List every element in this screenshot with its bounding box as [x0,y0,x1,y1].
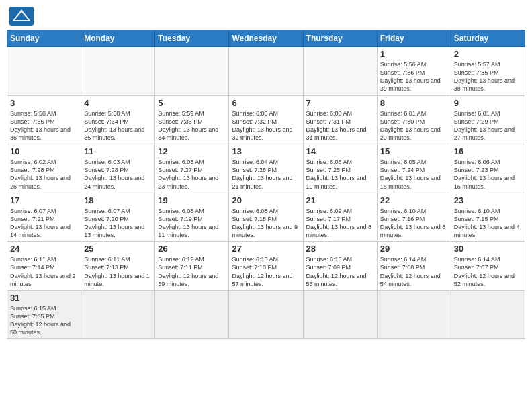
day-info: Sunrise: 6:00 AM Sunset: 7:31 PM Dayligh… [306,109,374,142]
day-number: 26 [158,244,226,254]
calendar-cell: 2Sunrise: 5:57 AM Sunset: 7:35 PM Daylig… [451,47,525,96]
day-info: Sunrise: 6:10 AM Sunset: 7:16 PM Dayligh… [380,207,448,240]
day-info: Sunrise: 6:08 AM Sunset: 7:18 PM Dayligh… [232,207,300,240]
day-info: Sunrise: 6:10 AM Sunset: 7:15 PM Dayligh… [454,207,522,240]
calendar-cell: 20Sunrise: 6:08 AM Sunset: 7:18 PM Dayli… [229,193,303,242]
calendar-cell: 12Sunrise: 6:03 AM Sunset: 7:27 PM Dayli… [155,144,229,193]
day-number: 11 [84,146,152,156]
day-number: 13 [232,146,300,156]
calendar-cell: 1Sunrise: 5:56 AM Sunset: 7:36 PM Daylig… [377,47,451,96]
calendar-cell: 4Sunrise: 5:58 AM Sunset: 7:34 PM Daylig… [81,95,155,144]
day-info: Sunrise: 6:11 AM Sunset: 7:14 PM Dayligh… [10,255,78,288]
day-number: 7 [306,98,374,108]
calendar-cell: 19Sunrise: 6:08 AM Sunset: 7:19 PM Dayli… [155,193,229,242]
day-number: 15 [380,146,448,156]
calendar-cell: 23Sunrise: 6:10 AM Sunset: 7:15 PM Dayli… [451,193,525,242]
day-info: Sunrise: 6:01 AM Sunset: 7:30 PM Dayligh… [380,109,448,142]
calendar-cell: 29Sunrise: 6:14 AM Sunset: 7:08 PM Dayli… [377,242,451,291]
day-number: 12 [158,146,226,156]
calendar-cell: 8Sunrise: 6:01 AM Sunset: 7:30 PM Daylig… [377,95,451,144]
day-info: Sunrise: 6:01 AM Sunset: 7:29 PM Dayligh… [454,109,522,142]
weekday-header-thursday: Thursday [303,30,377,47]
weekday-header-sunday: Sunday [7,30,81,47]
header [7,7,525,26]
calendar-cell: 7Sunrise: 6:00 AM Sunset: 7:31 PM Daylig… [303,95,377,144]
calendar-cell: 3Sunrise: 5:58 AM Sunset: 7:35 PM Daylig… [7,95,81,144]
day-info: Sunrise: 6:14 AM Sunset: 7:07 PM Dayligh… [454,255,522,288]
calendar-cell: 9Sunrise: 6:01 AM Sunset: 7:29 PM Daylig… [451,95,525,144]
calendar-cell: 25Sunrise: 6:11 AM Sunset: 7:13 PM Dayli… [81,242,155,291]
calendar-cell [303,290,377,339]
day-info: Sunrise: 6:06 AM Sunset: 7:23 PM Dayligh… [454,158,522,191]
logo [9,7,36,26]
calendar-cell [7,47,81,96]
day-info: Sunrise: 6:03 AM Sunset: 7:28 PM Dayligh… [84,158,152,191]
day-info: Sunrise: 6:09 AM Sunset: 7:17 PM Dayligh… [306,207,374,240]
calendar-cell: 6Sunrise: 6:00 AM Sunset: 7:32 PM Daylig… [229,95,303,144]
day-number: 14 [306,146,374,156]
calendar-week-1: 1Sunrise: 5:56 AM Sunset: 7:36 PM Daylig… [7,47,525,96]
day-number: 18 [84,195,152,205]
weekday-header-wednesday: Wednesday [229,30,303,47]
calendar-cell: 11Sunrise: 6:03 AM Sunset: 7:28 PM Dayli… [81,144,155,193]
calendar-cell: 17Sunrise: 6:07 AM Sunset: 7:21 PM Dayli… [7,193,81,242]
day-info: Sunrise: 6:14 AM Sunset: 7:08 PM Dayligh… [380,255,448,288]
day-number: 27 [232,244,300,254]
day-info: Sunrise: 6:08 AM Sunset: 7:19 PM Dayligh… [158,207,226,240]
calendar-cell [451,290,525,339]
weekday-header-saturday: Saturday [451,30,525,47]
weekday-header-friday: Friday [377,30,451,47]
day-number: 22 [380,195,448,205]
calendar-cell: 21Sunrise: 6:09 AM Sunset: 7:17 PM Dayli… [303,193,377,242]
day-info: Sunrise: 6:13 AM Sunset: 7:10 PM Dayligh… [232,255,300,288]
logo-icon [9,7,34,26]
calendar-cell: 24Sunrise: 6:11 AM Sunset: 7:14 PM Dayli… [7,242,81,291]
day-number: 28 [306,244,374,254]
calendar-cell: 15Sunrise: 6:05 AM Sunset: 7:24 PM Dayli… [377,144,451,193]
calendar-cell: 26Sunrise: 6:12 AM Sunset: 7:11 PM Dayli… [155,242,229,291]
calendar-cell: 5Sunrise: 5:59 AM Sunset: 7:33 PM Daylig… [155,95,229,144]
calendar-week-5: 24Sunrise: 6:11 AM Sunset: 7:14 PM Dayli… [7,242,525,291]
calendar-cell: 10Sunrise: 6:02 AM Sunset: 7:28 PM Dayli… [7,144,81,193]
day-number: 29 [380,244,448,254]
day-number: 5 [158,98,226,108]
day-number: 9 [454,98,522,108]
calendar-cell: 31Sunrise: 6:15 AM Sunset: 7:05 PM Dayli… [7,290,81,339]
day-number: 17 [10,195,78,205]
day-number: 1 [380,49,448,59]
calendar-cell: 13Sunrise: 6:04 AM Sunset: 7:26 PM Dayli… [229,144,303,193]
day-info: Sunrise: 5:56 AM Sunset: 7:36 PM Dayligh… [380,60,448,93]
day-info: Sunrise: 6:05 AM Sunset: 7:25 PM Dayligh… [306,158,374,191]
day-number: 24 [10,244,78,254]
calendar-cell: 18Sunrise: 6:07 AM Sunset: 7:20 PM Dayli… [81,193,155,242]
weekday-header-monday: Monday [81,30,155,47]
day-number: 16 [454,146,522,156]
day-number: 21 [306,195,374,205]
day-info: Sunrise: 6:07 AM Sunset: 7:21 PM Dayligh… [10,207,78,240]
calendar-cell: 30Sunrise: 6:14 AM Sunset: 7:07 PM Dayli… [451,242,525,291]
calendar-cell [155,290,229,339]
weekday-header-row: SundayMondayTuesdayWednesdayThursdayFrid… [7,30,525,47]
calendar-cell: 27Sunrise: 6:13 AM Sunset: 7:10 PM Dayli… [229,242,303,291]
day-number: 19 [158,195,226,205]
calendar-week-6: 31Sunrise: 6:15 AM Sunset: 7:05 PM Dayli… [7,290,525,339]
day-number: 3 [10,98,78,108]
day-info: Sunrise: 6:04 AM Sunset: 7:26 PM Dayligh… [232,158,300,191]
calendar-cell [377,290,451,339]
calendar-cell: 16Sunrise: 6:06 AM Sunset: 7:23 PM Dayli… [451,144,525,193]
day-number: 23 [454,195,522,205]
calendar-cell: 28Sunrise: 6:13 AM Sunset: 7:09 PM Dayli… [303,242,377,291]
calendar-week-4: 17Sunrise: 6:07 AM Sunset: 7:21 PM Dayli… [7,193,525,242]
calendar-cell [81,47,155,96]
day-info: Sunrise: 6:00 AM Sunset: 7:32 PM Dayligh… [232,109,300,142]
day-number: 6 [232,98,300,108]
day-number: 31 [10,293,78,303]
calendar-cell [229,290,303,339]
day-number: 2 [454,49,522,59]
day-number: 20 [232,195,300,205]
day-info: Sunrise: 5:58 AM Sunset: 7:34 PM Dayligh… [84,109,152,142]
calendar-week-2: 3Sunrise: 5:58 AM Sunset: 7:35 PM Daylig… [7,95,525,144]
calendar-cell [81,290,155,339]
day-number: 30 [454,244,522,254]
calendar: SundayMondayTuesdayWednesdayThursdayFrid… [7,30,525,339]
